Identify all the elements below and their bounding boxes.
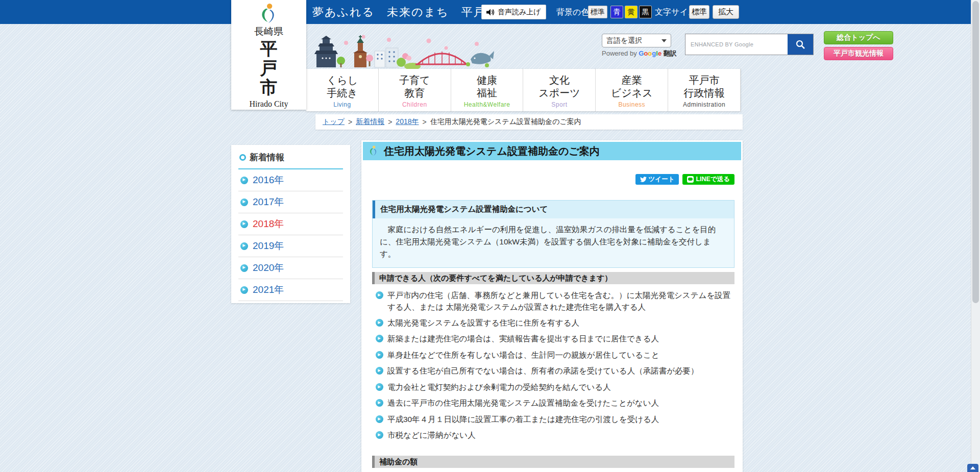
back-to-top-button[interactable]	[967, 464, 978, 472]
nav-item-sport[interactable]: 文化スポーツ Sport	[523, 69, 595, 111]
breadcrumb-separator: >	[423, 118, 427, 126]
arrow-circle-icon	[376, 335, 383, 342]
general-top-link[interactable]: 総合トップへ	[824, 31, 893, 44]
sidebar-heading: 新着情報	[238, 152, 343, 163]
speaker-icon	[486, 9, 495, 16]
arrow-circle-icon	[240, 242, 248, 250]
bg-color-black-button[interactable]: 黒	[639, 6, 652, 18]
city-tagline: 夢あふれる 未来のまち 平戸	[312, 0, 486, 24]
city-logo-box[interactable]: 長崎県 平 戸 市 Hirado City	[231, 0, 306, 110]
prefecture-name: 長崎県	[231, 25, 306, 38]
arrow-up-icon	[970, 466, 975, 469]
sidebar-item-2017[interactable]: 2017年	[238, 191, 343, 213]
arrow-circle-icon	[240, 198, 248, 206]
search-input[interactable]	[685, 34, 788, 55]
bg-color-yellow-button[interactable]: 黄	[625, 6, 638, 18]
nav-item-health-welfare[interactable]: 健康福祉 Health&Welfare	[451, 69, 523, 111]
arrow-circle-icon	[376, 431, 383, 439]
amount-heading: 補助金の額	[372, 456, 734, 468]
about-heading: 住宅用太陽光発電システム設置補助金について	[373, 201, 734, 218]
scrollbar-thumb[interactable]	[972, 1, 979, 303]
nav-item-children[interactable]: 子育て教育 Children	[378, 69, 451, 111]
town-illustration	[312, 33, 494, 69]
page-title-bar: 住宅用太陽光発電システム設置補助金のご案内	[363, 142, 741, 160]
hirado-emblem-icon	[368, 145, 380, 157]
bg-color-blue-button[interactable]: 青	[610, 6, 623, 18]
eligibility-item: 平成30年４月１日以降に設置工事の着工または建売住宅の引渡しを受ける人	[376, 414, 734, 425]
nav-item-living-en: Living	[333, 101, 351, 108]
breadcrumb-current-page: 住宅用太陽光発電システム設置補助金のご案内	[430, 117, 581, 127]
arrow-circle-icon	[376, 383, 383, 391]
main-content: 住宅用太陽光発電システム設置補助金のご案内 ツイート LINEで送る 住宅用太陽…	[361, 140, 743, 472]
sidebar-title: 新着情報	[250, 152, 284, 163]
font-size-standard-button[interactable]: 標準	[689, 5, 709, 19]
nav-item-children-en: Children	[402, 101, 427, 108]
sidebar-item-2020[interactable]: 2020年	[238, 257, 343, 279]
sidebar-news: 新着情報 2016年 2017年 2018年 2019年 2020年 2021年	[231, 145, 350, 303]
google-translate-credit: Powered by Google 翻訳	[602, 49, 677, 58]
page-title: 住宅用太陽光発電システム設置補助金のご案内	[384, 144, 600, 158]
eligibility-heading: 申請できる人（次の要件すべてを満たしている人が申請できます）	[372, 272, 734, 284]
breadcrumb-top-link[interactable]: トップ	[323, 117, 345, 127]
eligibility-item: 太陽光発電システムを設置する住宅に住所を有する人	[376, 317, 734, 329]
city-name-vertical: 平 戸 市	[231, 39, 306, 97]
global-nav: くらし手続き Living 子育て教育 Children 健康福祉 Health…	[306, 69, 741, 111]
site-search	[685, 34, 814, 55]
breadcrumb: トップ > 新着情報 > 2018年 > 住宅用太陽光発電システム設置補助金のご…	[315, 114, 743, 130]
nav-item-sport-en: Sport	[551, 101, 567, 108]
text-to-speech-button[interactable]: 音声読み上げ	[481, 5, 546, 19]
arrow-circle-icon	[240, 220, 248, 228]
language-select-value: 言語を選択	[606, 36, 642, 45]
page: 夢あふれる 未来のまち 平戸 音声読み上げ 背景の色 標準 青 黄 黒 文字サイ…	[0, 0, 980, 472]
line-share-button[interactable]: LINEで送る	[682, 174, 734, 185]
twitter-bird-icon	[640, 177, 647, 182]
tweet-label: ツイート	[649, 175, 675, 184]
sidebar-year-list: 2016年 2017年 2018年 2019年 2020年 2021年	[238, 169, 343, 301]
nav-item-living[interactable]: くらし手続き Living	[306, 69, 378, 111]
scrollbar[interactable]	[971, 0, 980, 472]
powered-by-text: Powered by	[602, 49, 639, 57]
top-bar: 夢あふれる 未来のまち 平戸 音声読み上げ 背景の色 標準 青 黄 黒 文字サイ…	[0, 0, 971, 24]
tweet-button[interactable]: ツイート	[635, 174, 679, 185]
sidebar-item-2018[interactable]: 2018年	[238, 213, 343, 235]
font-size-large-button[interactable]: 拡大	[713, 5, 739, 19]
arrow-circle-icon	[376, 351, 383, 359]
eligibility-item: 市税などに滞納がない人	[376, 430, 734, 441]
share-row: ツイート LINEで送る	[372, 174, 734, 185]
nav-item-health-welfare-en: Health&Welfare	[464, 101, 510, 108]
tourism-info-link[interactable]: 平戸市観光情報	[824, 47, 893, 60]
search-button[interactable]	[788, 34, 813, 55]
eligibility-item: 過去に平戸市の住宅用太陽光発電システム設置補助金を受けたことがない人	[376, 398, 734, 409]
nav-item-administration-en: Administration	[683, 101, 725, 108]
line-share-label: LINEで送る	[696, 175, 730, 184]
sidebar-item-2019[interactable]: 2019年	[238, 235, 343, 257]
bg-color-standard-button[interactable]: 標準	[588, 6, 607, 18]
about-section: 住宅用太陽光発電システム設置補助金について 家庭における自然エネルギーの利用を促…	[372, 200, 734, 268]
arrow-circle-icon	[240, 286, 248, 294]
breadcrumb-2018-link[interactable]: 2018年	[396, 117, 419, 127]
city-name-romaji: Hirado City	[231, 100, 306, 109]
google-logo-text: Google	[639, 49, 662, 57]
search-icon	[795, 39, 805, 49]
arrow-circle-icon	[240, 177, 248, 184]
eligibility-item: 電力会社と電灯契約および余剰電力の受給契約を結んでいる人	[376, 382, 734, 393]
arrow-circle-icon	[376, 399, 383, 407]
eligibility-list: 平戸市内の住宅（店舗、事務所などと兼用している住宅を含む。）に太陽光発電システム…	[376, 290, 734, 441]
breadcrumb-news-link[interactable]: 新着情報	[356, 117, 384, 127]
text-to-speech-label: 音声読み上げ	[498, 8, 541, 17]
background-color-label: 背景の色	[556, 0, 589, 24]
eligibility-item: 新築または建売住宅の場合は、実績報告書を提出する日までに居住できる人	[376, 333, 734, 344]
arrow-circle-icon	[376, 319, 383, 327]
eligibility-item: 平戸市内の住宅（店舗、事務所などと兼用している住宅を含む。）に太陽光発電システム…	[376, 290, 734, 313]
line-icon	[687, 176, 694, 183]
arrow-circle-icon	[376, 367, 383, 375]
double-circle-icon	[239, 154, 246, 161]
sidebar-item-2016[interactable]: 2016年	[238, 169, 343, 191]
sidebar-item-2021[interactable]: 2021年	[238, 279, 343, 301]
about-body: 家庭における自然エネルギーの利用を促進し、温室効果ガスの排出量を低減することを目…	[373, 218, 734, 267]
chevron-down-icon	[662, 39, 667, 42]
arrow-circle-icon	[240, 264, 248, 272]
language-select[interactable]: 言語を選択	[602, 34, 671, 47]
nav-item-business[interactable]: 産業ビジネス Business	[595, 69, 668, 111]
nav-item-administration[interactable]: 平戸市行政情報 Administration	[668, 69, 741, 111]
